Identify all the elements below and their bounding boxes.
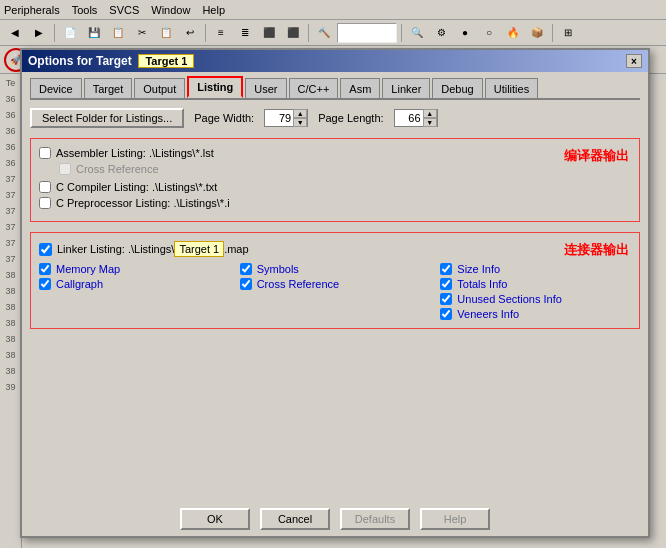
help-button[interactable]: Help — [420, 508, 490, 530]
tab-linker[interactable]: Linker — [382, 78, 430, 98]
tab-device[interactable]: Device — [30, 78, 82, 98]
side-panel: Te 36 36 36 36 36 37 37 37 37 37 37 38 3… — [0, 74, 22, 548]
tab-listing[interactable]: Listing — [187, 76, 243, 98]
totals-info-checkbox[interactable] — [440, 278, 452, 290]
assembler-listing-checkbox[interactable] — [39, 147, 51, 159]
cross-reference-linker-label: Cross Reference — [257, 278, 340, 290]
side-37-6: 37 — [2, 252, 20, 266]
menu-tools[interactable]: Tools — [72, 4, 98, 16]
tb-btn-2[interactable]: 💾 — [83, 22, 105, 44]
tb-btn-16[interactable]: 🔥 — [502, 22, 524, 44]
linker-listing-text-after: .map — [224, 243, 248, 255]
tb-btn-17[interactable]: 📦 — [526, 22, 548, 44]
page-length-spinner[interactable]: ▲ ▼ — [423, 109, 437, 127]
tab-debug[interactable]: Debug — [432, 78, 482, 98]
side-37-3: 37 — [2, 204, 20, 218]
c-compiler-listing-row: C Compiler Listing: .\Listings\*.txt — [39, 181, 631, 193]
veneers-info-label: Veneers Info — [457, 308, 519, 320]
back-btn[interactable]: ◀ — [4, 22, 26, 44]
page-width-input-wrap[interactable]: 79 ▲ ▼ — [264, 109, 308, 127]
symbols-checkbox[interactable] — [240, 263, 252, 275]
size-info-checkbox[interactable] — [440, 263, 452, 275]
veneers-info-checkbox[interactable] — [440, 308, 452, 320]
side-36-2: 36 — [2, 108, 20, 122]
tb-btn-15[interactable]: ○ — [478, 22, 500, 44]
menu-window[interactable]: Window — [151, 4, 190, 16]
select-folder-button[interactable]: Select Folder for Listings... — [30, 108, 184, 128]
cross-reference-linker-checkbox[interactable] — [240, 278, 252, 290]
tb-btn-11[interactable]: 🔨 — [313, 22, 335, 44]
menu-bar: Peripherals Tools SVCS Window Help — [0, 0, 666, 20]
dialog-titlebar: Options for Target Target 1 × — [22, 50, 648, 72]
dialog-close-button[interactable]: × — [626, 54, 642, 68]
tb-btn-3[interactable]: 📋 — [107, 22, 129, 44]
tb-btn-7[interactable]: ≡ — [210, 22, 232, 44]
tab-output[interactable]: Output — [134, 78, 185, 98]
tb-btn-6[interactable]: ↩ — [179, 22, 201, 44]
page-width-down[interactable]: ▼ — [293, 118, 307, 127]
tb-btn-1[interactable]: 📄 — [59, 22, 81, 44]
tb-btn-10[interactable]: ⬛ — [282, 22, 304, 44]
menu-help[interactable]: Help — [202, 4, 225, 16]
c-compiler-listing-text: C Compiler Listing: .\Listings\*.txt — [56, 181, 217, 193]
side-38-7: 38 — [2, 364, 20, 378]
callgraph-label: Callgraph — [56, 278, 103, 290]
page-length-input[interactable]: 66 — [395, 112, 423, 124]
linker-listing-checkbox[interactable] — [39, 243, 52, 256]
tab-user[interactable]: User — [245, 78, 286, 98]
c-preprocessor-listing-text: C Preprocessor Listing: .\Listings\*.i — [56, 197, 230, 209]
c-compiler-listing-checkbox[interactable] — [39, 181, 51, 193]
menu-peripherals[interactable]: Peripherals — [4, 4, 60, 16]
page-width-spinner[interactable]: ▲ ▼ — [293, 109, 307, 127]
tb-btn-13[interactable]: ⚙ — [430, 22, 452, 44]
tb-btn-8[interactable]: ≣ — [234, 22, 256, 44]
c-preprocessor-listing-checkbox[interactable] — [39, 197, 51, 209]
defaults-button[interactable]: Defaults — [340, 508, 410, 530]
tab-cpp[interactable]: C/C++ — [289, 78, 339, 98]
compiler-section: 编译器输出 Assembler Listing: .\Listings\*.ls… — [30, 138, 640, 222]
side-38-5: 38 — [2, 332, 20, 346]
unused-sections-label: Unused Sections Info — [457, 293, 562, 305]
tab-utilities[interactable]: Utilities — [485, 78, 538, 98]
page-width-up[interactable]: ▲ — [293, 109, 307, 118]
tb-btn-5[interactable]: 📋 — [155, 22, 177, 44]
symbols-row: Symbols — [240, 263, 431, 275]
toolbar-1: ◀ ▶ 📄 💾 📋 ✂ 📋 ↩ ≡ ≣ ⬛ ⬛ 🔨 🔍 ⚙ ● ○ 🔥 📦 ⊞ — [0, 20, 666, 46]
memory-map-checkbox[interactable] — [39, 263, 51, 275]
side-37-2: 37 — [2, 188, 20, 202]
tab-target[interactable]: Target — [84, 78, 133, 98]
side-37-1: 37 — [2, 172, 20, 186]
cancel-button[interactable]: Cancel — [260, 508, 330, 530]
tb-btn-14[interactable]: ● — [454, 22, 476, 44]
unused-sections-row: Unused Sections Info — [440, 293, 631, 305]
ok-button[interactable]: OK — [180, 508, 250, 530]
page-width-input[interactable]: 79 — [265, 112, 293, 124]
tb-btn-4[interactable]: ✂ — [131, 22, 153, 44]
c-preprocessor-listing-row: C Preprocessor Listing: .\Listings\*.i — [39, 197, 631, 209]
target-name-badge: Target 1 — [138, 54, 194, 68]
memory-map-row: Memory Map — [39, 263, 230, 275]
cross-reference-checkbox[interactable] — [59, 163, 71, 175]
page-length-down[interactable]: ▼ — [423, 118, 437, 127]
side-36-4: 36 — [2, 140, 20, 154]
side-te: Te — [2, 76, 20, 90]
tb-btn-9[interactable]: ⬛ — [258, 22, 280, 44]
size-info-label: Size Info — [457, 263, 500, 275]
page-length-input-wrap[interactable]: 66 ▲ ▼ — [394, 109, 438, 127]
fwd-btn[interactable]: ▶ — [28, 22, 50, 44]
tab-bar: Device Target Output Listing User C/C++ … — [30, 78, 640, 100]
totals-info-row: Totals Info — [440, 278, 631, 290]
tab-asm[interactable]: Asm — [340, 78, 380, 98]
target-select[interactable] — [337, 23, 397, 43]
dialog-footer: OK Cancel Defaults Help — [30, 500, 640, 530]
callgraph-checkbox[interactable] — [39, 278, 51, 290]
cross-reference-text: Cross Reference — [76, 163, 159, 175]
side-38-3: 38 — [2, 300, 20, 314]
side-39: 39 — [2, 380, 20, 394]
unused-sections-checkbox[interactable] — [440, 293, 452, 305]
menu-svcs[interactable]: SVCS — [109, 4, 139, 16]
page-length-up[interactable]: ▲ — [423, 109, 437, 118]
empty-4 — [240, 308, 431, 320]
tb-btn-12[interactable]: 🔍 — [406, 22, 428, 44]
tb-btn-18[interactable]: ⊞ — [557, 22, 579, 44]
